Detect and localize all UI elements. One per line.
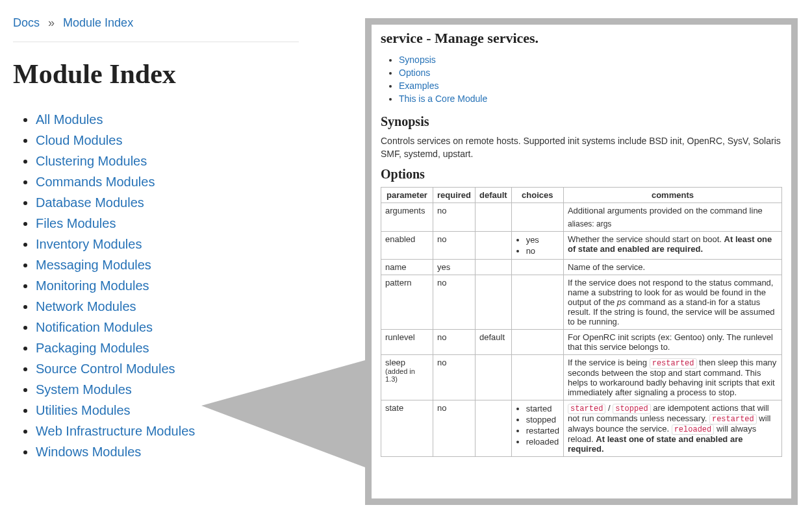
param-choices xyxy=(511,203,563,232)
param-name: sleep (added in 1.3) xyxy=(381,355,433,400)
toc-link[interactable]: This is a Core Module xyxy=(399,93,487,104)
toc-link[interactable]: Synopsis xyxy=(399,55,436,65)
options-heading: Options xyxy=(381,167,782,182)
module-category-link[interactable]: Files Modules xyxy=(36,216,116,230)
module-category-link[interactable]: Windows Modules xyxy=(36,445,141,459)
param-default: default xyxy=(476,330,512,355)
choice-option: yes xyxy=(526,234,559,245)
module-detail-title: service - Manage services. xyxy=(381,30,782,47)
module-detail-panel: service - Manage services. Synopsis Opti… xyxy=(365,18,798,505)
param-choices xyxy=(511,260,563,275)
synopsis-heading: Synopsis xyxy=(381,114,782,129)
module-category-link[interactable]: Packaging Modules xyxy=(36,341,149,355)
param-comments: Additional arguments provided on the com… xyxy=(563,203,781,232)
param-comments: If the service does not respond to the s… xyxy=(563,275,781,330)
param-default xyxy=(476,355,512,400)
param-choices: yes no xyxy=(511,232,563,260)
options-table: parameter required default choices comme… xyxy=(381,187,782,457)
choice-option: started xyxy=(526,403,559,414)
param-required: yes xyxy=(433,260,476,275)
module-category-link[interactable]: Network Modules xyxy=(36,299,136,313)
param-required: no xyxy=(433,203,476,232)
param-required: no xyxy=(433,400,476,457)
choice-option: restarted xyxy=(526,425,559,436)
choice-option: reloaded xyxy=(526,436,559,447)
module-category-link[interactable]: Inventory Modules xyxy=(36,237,142,251)
code-literal: started xyxy=(568,404,605,414)
table-row: runlevel no default For OpenRC init scri… xyxy=(381,330,782,355)
comment-text: Whether the service should start on boot… xyxy=(568,234,724,244)
module-category-link[interactable]: All Modules xyxy=(36,112,103,127)
param-required: no xyxy=(433,232,476,260)
param-name: pattern xyxy=(381,275,433,330)
table-row: arguments no Additional arguments provid… xyxy=(381,203,782,232)
param-default xyxy=(476,275,512,330)
col-required: required xyxy=(433,188,476,203)
comment-text: Additional arguments provided on the com… xyxy=(568,206,763,215)
module-category-link[interactable]: Monitoring Modules xyxy=(36,278,149,293)
col-comments: comments xyxy=(563,188,781,203)
param-required: no xyxy=(433,275,476,330)
param-choices xyxy=(511,275,563,330)
param-choices xyxy=(511,330,563,355)
param-aliases: aliases: args xyxy=(568,219,778,228)
comment-text: / xyxy=(605,403,613,413)
table-row: sleep (added in 1.3) no If the service i… xyxy=(381,355,782,400)
module-detail-inner: service - Manage services. Synopsis Opti… xyxy=(372,25,791,498)
breadcrumb-root-link[interactable]: Docs xyxy=(13,16,40,29)
toc-link[interactable]: Options xyxy=(399,68,430,78)
choice-option: stopped xyxy=(526,414,559,425)
page-title: Module Index xyxy=(13,58,299,90)
choice-option: no xyxy=(526,245,559,256)
param-required: no xyxy=(433,355,476,400)
table-row: state no started stopped restarted reloa… xyxy=(381,400,782,457)
param-comments: started / stopped are idempotent actions… xyxy=(563,400,781,457)
comment-text: If the service is being xyxy=(568,358,650,367)
param-comments: For OpenRC init scripts (ex: Gentoo) onl… xyxy=(563,330,781,355)
param-name: runlevel xyxy=(381,330,433,355)
module-category-link[interactable]: Web Infrastructure Modules xyxy=(36,424,195,438)
svg-marker-0 xyxy=(201,360,365,467)
module-category-link[interactable]: Database Modules xyxy=(36,195,144,210)
table-row: enabled no yes no Whether the service sh… xyxy=(381,232,782,260)
code-literal: stopped xyxy=(613,404,650,414)
param-choices: started stopped restarted reloaded xyxy=(511,400,563,457)
module-category-link[interactable]: Source Control Modules xyxy=(36,362,175,376)
param-comments: If the service is being restarted then s… xyxy=(563,355,781,400)
param-default xyxy=(476,260,512,275)
module-category-link[interactable]: System Modules xyxy=(36,382,132,397)
code-literal: reloaded xyxy=(672,424,715,435)
table-row: name yes Name of the service. xyxy=(381,260,782,275)
module-category-link[interactable]: Commands Modules xyxy=(36,175,155,189)
param-name: enabled xyxy=(381,232,433,260)
module-detail-toc: Synopsis Options Examples This is a Core… xyxy=(381,53,782,105)
breadcrumb: Docs » Module Index xyxy=(13,16,299,42)
code-literal: restarted xyxy=(709,414,757,424)
table-header-row: parameter required default choices comme… xyxy=(381,188,782,203)
param-name: state xyxy=(381,400,433,457)
param-name: arguments xyxy=(381,203,433,232)
module-category-link[interactable]: Utilities Modules xyxy=(36,403,131,417)
synopsis-text: Controls services on remote hosts. Suppo… xyxy=(381,134,782,160)
breadcrumb-separator: » xyxy=(48,16,55,29)
param-default xyxy=(476,400,512,457)
table-row: pattern no If the service does not respo… xyxy=(381,275,782,330)
col-default: default xyxy=(476,188,512,203)
toc-link[interactable]: Examples xyxy=(399,80,438,91)
module-category-link[interactable]: Notification Modules xyxy=(36,320,153,334)
param-required: no xyxy=(433,330,476,355)
param-name: name xyxy=(381,260,433,275)
param-comments: Whether the service should start on boot… xyxy=(563,232,781,260)
param-default xyxy=(476,232,512,260)
breadcrumb-current-link[interactable]: Module Index xyxy=(63,16,133,29)
ps-italic: ps xyxy=(617,297,626,307)
param-choices xyxy=(511,355,563,400)
param-added-in: (added in 1.3) xyxy=(385,367,429,383)
code-literal: restarted xyxy=(650,358,697,369)
param-comments: Name of the service. xyxy=(563,260,781,275)
param-default xyxy=(476,203,512,232)
module-category-link[interactable]: Cloud Modules xyxy=(36,133,122,147)
module-category-link[interactable]: Messaging Modules xyxy=(36,258,151,272)
module-category-link[interactable]: Clustering Modules xyxy=(36,154,147,168)
col-parameter: parameter xyxy=(381,188,433,203)
